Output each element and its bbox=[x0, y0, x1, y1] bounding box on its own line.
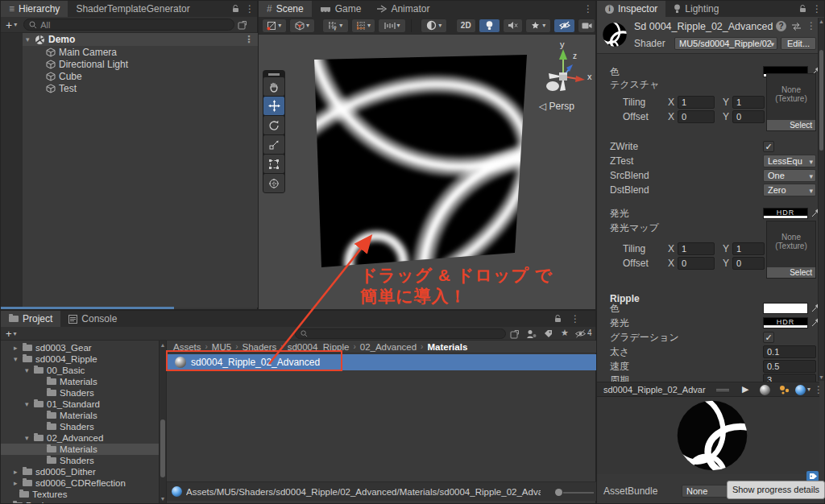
lock-icon[interactable] bbox=[550, 311, 565, 327]
tree-item[interactable]: ▸sd0006_CDReflection bbox=[1, 477, 159, 489]
preview-lighting-caret-icon[interactable]: ▾ bbox=[807, 386, 810, 393]
gizmo-persp-label[interactable]: ◁ Persp bbox=[539, 101, 574, 112]
breadcrumb-shaders[interactable]: Shaders bbox=[242, 342, 276, 352]
ripple-color-swatch[interactable] bbox=[763, 303, 808, 314]
scene-visibility-toggle[interactable] bbox=[553, 19, 575, 33]
hierarchy-search-input[interactable]: All bbox=[23, 19, 234, 31]
lock-icon[interactable] bbox=[228, 1, 243, 17]
breadcrumb-assets[interactable]: Assets bbox=[173, 342, 201, 352]
particles-icon[interactable] bbox=[779, 385, 790, 395]
material-preview-bar[interactable]: sd0004_Ripple_02_Advar ▶ ▾ ⋮ bbox=[597, 382, 819, 397]
offset-x-field[interactable]: 0 bbox=[678, 110, 715, 123]
effects-toggle-button[interactable]: ▾ bbox=[525, 19, 552, 33]
hierarchy-item-main-camera[interactable]: Main Camera bbox=[23, 46, 259, 58]
tiling-x-field[interactable]: 1 bbox=[678, 96, 715, 109]
handle-orientation-button[interactable]: ▾ bbox=[289, 19, 316, 33]
tree-item[interactable]: ▾sd0004_Ripple bbox=[1, 353, 159, 365]
add-object-caret-icon[interactable]: ▾ bbox=[14, 21, 17, 28]
move-tool-button[interactable] bbox=[263, 97, 284, 115]
tree-item[interactable]: ▾01_Standard bbox=[1, 399, 159, 410]
tab-shader-template-generator[interactable]: ShaderTemplateGenerator bbox=[68, 1, 197, 17]
texture-select-button[interactable]: Select bbox=[767, 120, 815, 130]
draw-mode-button[interactable]: ▾ bbox=[421, 19, 447, 33]
material-menu-icon[interactable]: ⋮ bbox=[806, 20, 816, 31]
hierarchy-menu-icon[interactable]: ⋮ bbox=[243, 1, 257, 17]
tab-console[interactable]: Console bbox=[60, 311, 125, 327]
label-tag-icon[interactable] bbox=[544, 329, 553, 339]
tab-inspector[interactable]: i Inspector bbox=[597, 1, 665, 17]
hand-tool-button[interactable] bbox=[263, 77, 284, 96]
create-asset-button[interactable]: + bbox=[6, 328, 12, 340]
tree-item[interactable]: ▸Packages bbox=[1, 500, 159, 503]
hierarchy-item-directional-light[interactable]: Directional Light bbox=[23, 58, 259, 70]
ripple-emission-hdr-swatch[interactable]: HDR bbox=[763, 317, 808, 328]
tree-item[interactable]: Shaders bbox=[1, 455, 159, 466]
help-icon[interactable]: ? bbox=[776, 21, 786, 31]
scene-gizmo[interactable]: y z x ◁ Persp bbox=[533, 38, 594, 118]
speed-field[interactable]: 0.5 bbox=[763, 360, 816, 373]
tab-game[interactable]: Game bbox=[312, 1, 370, 17]
tab-scene[interactable]: # Scene bbox=[259, 1, 312, 17]
inspector-scrollbar[interactable]: ▲ ▼ bbox=[818, 18, 824, 381]
tab-lighting[interactable]: Lighting bbox=[665, 1, 727, 17]
hierarchy-hscrollbar[interactable] bbox=[1, 307, 174, 309]
tree-item[interactable]: Materials bbox=[1, 410, 159, 421]
rotate-tool-button[interactable] bbox=[263, 116, 284, 134]
preview-lighting-icon[interactable] bbox=[795, 385, 806, 395]
chevron-down-icon[interactable]: ▾ bbox=[26, 35, 35, 43]
scene-camera-button[interactable] bbox=[578, 19, 595, 33]
transform-tool-button[interactable] bbox=[263, 174, 284, 192]
material-preview-area[interactable] bbox=[597, 397, 819, 474]
lock-icon[interactable] bbox=[795, 1, 810, 17]
pivot-mode-button[interactable]: ▾ bbox=[262, 19, 287, 33]
tool-handle-snap-button[interactable]: y▾ bbox=[322, 19, 349, 33]
project-search-input[interactable] bbox=[295, 328, 506, 339]
tiling-y-field[interactable]: 1 bbox=[732, 96, 765, 109]
grid-snapping-button[interactable]: ▾ bbox=[351, 19, 376, 33]
preview-play-button[interactable]: ▶ bbox=[742, 384, 748, 395]
favorites-star-icon[interactable]: ★ bbox=[561, 328, 569, 338]
offset-y-field[interactable]: 0 bbox=[732, 110, 765, 123]
breadcrumb-materials[interactable]: Materials bbox=[427, 342, 467, 352]
tree-item[interactable]: ▾00_Basic bbox=[1, 365, 159, 376]
preview-menu-icon[interactable]: ⋮ bbox=[814, 384, 823, 395]
inspector-menu-icon[interactable]: ⋮ bbox=[810, 1, 824, 17]
texture-select-button[interactable]: Select bbox=[767, 267, 815, 278]
scene-menu-icon[interactable]: ⋮ bbox=[244, 34, 254, 45]
preview-shape-icon[interactable] bbox=[760, 385, 770, 395]
breadcrumb-02-advanced[interactable]: 02_Advanced bbox=[360, 342, 417, 352]
tree-item[interactable]: ▾02_Advanced bbox=[1, 432, 159, 444]
tree-item[interactable]: Materials bbox=[1, 376, 159, 387]
add-object-button[interactable]: + bbox=[6, 19, 12, 31]
breadcrumb-mu5[interactable]: MU5 bbox=[212, 342, 231, 352]
increment-snap-button[interactable]: ▾ bbox=[378, 19, 406, 33]
emission-texture-slot[interactable]: None (Texture) Select bbox=[766, 221, 816, 279]
ztest-dropdown[interactable]: LessEqu bbox=[763, 155, 816, 167]
hierarchy-row-demo[interactable]: ▾ Demo ⋮ bbox=[23, 33, 259, 46]
file-row-selected[interactable]: sd0004_Ripple_02_Advanced bbox=[167, 354, 596, 370]
emission-offset-x-field[interactable]: 0 bbox=[678, 257, 715, 270]
gradation-checkbox[interactable]: ✓ bbox=[763, 332, 774, 343]
tab-project[interactable]: Project bbox=[1, 311, 60, 327]
hierarchy-item-cube[interactable]: Cube bbox=[23, 70, 259, 82]
search-popout-icon[interactable] bbox=[510, 329, 520, 339]
srcblend-dropdown[interactable]: One bbox=[763, 169, 816, 182]
breadcrumb-sd0004-ripple[interactable]: sd0004_Ripple bbox=[288, 342, 350, 352]
zoom-slider-track[interactable] bbox=[563, 492, 594, 494]
hidden-count-eye-icon[interactable] bbox=[574, 329, 587, 338]
tree-item[interactable]: ▸sd0003_Gear bbox=[1, 342, 159, 353]
dstblend-dropdown[interactable]: Zero bbox=[763, 184, 816, 196]
create-asset-caret-icon[interactable]: ▾ bbox=[14, 330, 17, 337]
tree-item[interactable]: Textures bbox=[1, 489, 159, 500]
tab-hierarchy[interactable]: ≡ Hierarchy bbox=[1, 1, 68, 17]
project-menu-icon[interactable]: ⋮ bbox=[568, 311, 582, 327]
zwrite-checkbox[interactable]: ✓ bbox=[763, 141, 774, 152]
tree-item[interactable]: Shaders bbox=[1, 387, 159, 399]
emission-tiling-y-field[interactable]: 1 bbox=[732, 242, 765, 255]
tree-item-selected[interactable]: Materials bbox=[1, 444, 159, 455]
zoom-slider-handle[interactable] bbox=[555, 489, 562, 496]
thickness-field[interactable]: 0.1 bbox=[763, 345, 816, 358]
preview-resize-handle[interactable] bbox=[716, 389, 729, 391]
emission-offset-y-field[interactable]: 0 bbox=[732, 257, 765, 270]
collab-person-icon[interactable] bbox=[526, 329, 537, 339]
